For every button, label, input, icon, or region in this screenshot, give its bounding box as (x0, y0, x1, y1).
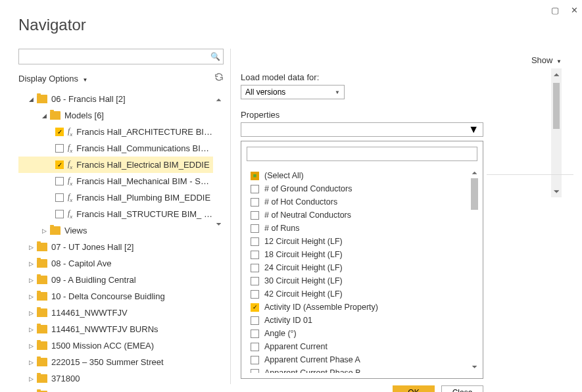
tree-node[interactable]: ✓Francis Hall_Electrical BIM_EDDIE (18, 157, 213, 173)
ok-button[interactable]: OK (393, 385, 435, 392)
expand-icon[interactable]: ▷ (28, 244, 34, 251)
property-checkbox[interactable] (251, 224, 259, 233)
refresh-icon[interactable] (214, 72, 224, 84)
expand-icon[interactable]: ◢ (28, 96, 34, 103)
expand-icon[interactable]: ▷ (28, 310, 34, 316)
tree-node[interactable]: ▷371800 (18, 370, 213, 387)
scroll-thumb[interactable] (553, 83, 560, 129)
tree-node[interactable]: ▷08 - Capitol Ave (18, 255, 213, 272)
expand-icon[interactable]: ▷ (28, 343, 34, 349)
property-checkbox[interactable] (251, 369, 259, 374)
property-checkbox[interactable]: ■ (251, 172, 259, 180)
scroll-down-icon[interactable]: ⏷ (214, 220, 224, 228)
property-row[interactable]: Apparent Current Phase B (247, 366, 477, 373)
property-checkbox[interactable]: ✓ (251, 303, 259, 312)
load-model-dropdown[interactable]: All versions ▼ (241, 85, 345, 99)
tree-checkbox[interactable] (55, 177, 64, 185)
property-row[interactable]: Angle (°) (247, 327, 477, 340)
tree-node[interactable]: ▷1500 Mission ACC (EMEA) (18, 337, 213, 354)
tree-node[interactable]: Francis Hall_Communications BIM_E... (18, 140, 213, 157)
tree-node[interactable]: ▷400 Beale (18, 387, 213, 392)
tree-node[interactable]: ▷Views (18, 222, 213, 239)
scroll-up-icon[interactable]: ⏶ (553, 68, 560, 80)
property-checkbox[interactable] (251, 316, 259, 325)
property-row[interactable]: Apparent Current Phase A (247, 353, 477, 366)
tree-node[interactable]: Francis Hall_STRUCTURE BIM_ EDDIE (18, 206, 213, 222)
tree-checkbox[interactable] (55, 193, 64, 202)
folder-icon (37, 374, 47, 383)
property-checkbox[interactable] (251, 251, 259, 259)
tree-scrollbar[interactable]: ⏶ ⏷ (214, 96, 224, 228)
tree-node-label: 114461_NWWTFJV BURNs (51, 324, 158, 334)
property-checkbox[interactable] (251, 343, 259, 351)
expand-icon[interactable]: ▷ (28, 260, 34, 267)
property-row[interactable]: # of Hot Conductors (247, 195, 477, 208)
tree-checkbox[interactable] (55, 144, 64, 153)
tree-checkbox[interactable]: ✓ (55, 160, 64, 169)
scroll-thumb[interactable] (471, 178, 478, 210)
property-checkbox[interactable] (251, 264, 259, 272)
properties-dropdown[interactable]: ▼ (241, 122, 483, 137)
property-label: Apparent Current (264, 342, 327, 351)
expand-icon[interactable]: ▷ (28, 326, 34, 333)
property-row[interactable]: Activity ID 01 (247, 314, 477, 327)
tree-checkbox[interactable]: ✓ (55, 128, 64, 136)
property-checkbox[interactable] (251, 211, 259, 220)
scroll-up-icon[interactable]: ⏶ (214, 96, 224, 103)
scroll-down-icon[interactable]: ⏷ (553, 185, 560, 197)
property-checkbox[interactable] (251, 356, 259, 364)
property-row[interactable]: 18 Circuit Height (LF) (247, 248, 477, 261)
window-close-icon[interactable]: ✕ (571, 5, 578, 15)
tree-node[interactable]: ◢Models [6] (18, 107, 213, 124)
property-row[interactable]: 24 Circuit Height (LF) (247, 261, 477, 274)
properties-scrollbar[interactable]: ⏶ ⏷ (470, 169, 479, 370)
tree-node[interactable]: ▷10 - Delta Concourse Buidling (18, 288, 213, 305)
tree-node-label: Francis Hall_STRUCTURE BIM_ EDDIE (76, 209, 213, 219)
search-icon[interactable]: 🔍 (210, 52, 220, 61)
scroll-down-icon[interactable]: ⏷ (470, 363, 479, 370)
property-row[interactable]: Apparent Current (247, 340, 477, 353)
close-button[interactable]: Close (441, 385, 483, 392)
window-maximize-icon[interactable]: ▢ (551, 5, 559, 15)
expand-icon[interactable]: ◢ (41, 112, 47, 119)
search-input[interactable] (22, 52, 210, 61)
properties-filter-input[interactable] (247, 147, 477, 161)
property-checkbox[interactable] (251, 330, 259, 338)
tree-node[interactable]: ▷09 - A Buidling Central (18, 272, 213, 288)
tree-node-label: Views (64, 226, 87, 235)
tree-node[interactable]: ✓Francis Hall_ARCHITECTURE BIM_20... (18, 124, 213, 140)
property-row[interactable]: ■(Select All) (247, 169, 477, 182)
property-checkbox[interactable] (251, 198, 259, 207)
property-row[interactable]: # of Neutral Conductors (247, 208, 477, 222)
expand-icon[interactable]: ▷ (28, 293, 34, 300)
property-row[interactable]: 30 Circuit Height (LF) (247, 274, 477, 287)
tree-node[interactable]: ▷222015 – 350 Summer Street (18, 354, 213, 370)
property-row[interactable]: ✓Activity ID (Assemble Property) (247, 301, 477, 314)
tree-node[interactable]: Francis Hall_Mechanical BIM - SCHE... (18, 173, 213, 189)
tree-node[interactable]: ▷114461_NWWTFJV BURNs (18, 321, 213, 337)
property-checkbox[interactable] (251, 185, 259, 193)
expand-icon[interactable]: ▷ (28, 359, 34, 366)
property-row[interactable]: 42 Circuit Height (LF) (247, 287, 477, 301)
scroll-up-icon[interactable]: ⏶ (470, 169, 479, 176)
property-row[interactable]: # of Runs (247, 222, 477, 235)
show-button[interactable]: Show ▼ (531, 55, 562, 65)
tree-node[interactable]: ◢06 - Francis Hall [2] (18, 91, 213, 107)
expand-icon[interactable]: ▷ (28, 277, 34, 283)
tree-node[interactable]: ▷07 - UT Jones Hall [2] (18, 239, 213, 255)
search-field[interactable]: 🔍 (18, 49, 224, 64)
property-checkbox[interactable] (251, 237, 259, 246)
folder-icon (50, 226, 61, 235)
expand-icon[interactable]: ▷ (28, 376, 34, 382)
tree-node[interactable]: Francis Hall_Plumbing BIM_EDDIE (18, 189, 213, 206)
display-options-button[interactable]: Display Options ▼ (18, 72, 87, 84)
right-scrollbar[interactable]: ⏶ ⏷ (551, 68, 562, 197)
tree-node[interactable]: ▷114461_NWWTFJV (18, 305, 213, 321)
property-checkbox[interactable] (251, 277, 259, 285)
property-row[interactable]: 12 Circuit Height (LF) (247, 235, 477, 248)
property-label: 42 Circuit Height (LF) (264, 289, 343, 299)
expand-icon[interactable]: ▷ (41, 228, 47, 234)
property-checkbox[interactable] (251, 290, 259, 299)
tree-checkbox[interactable] (55, 210, 64, 218)
property-row[interactable]: # of Ground Conductors (247, 182, 477, 195)
